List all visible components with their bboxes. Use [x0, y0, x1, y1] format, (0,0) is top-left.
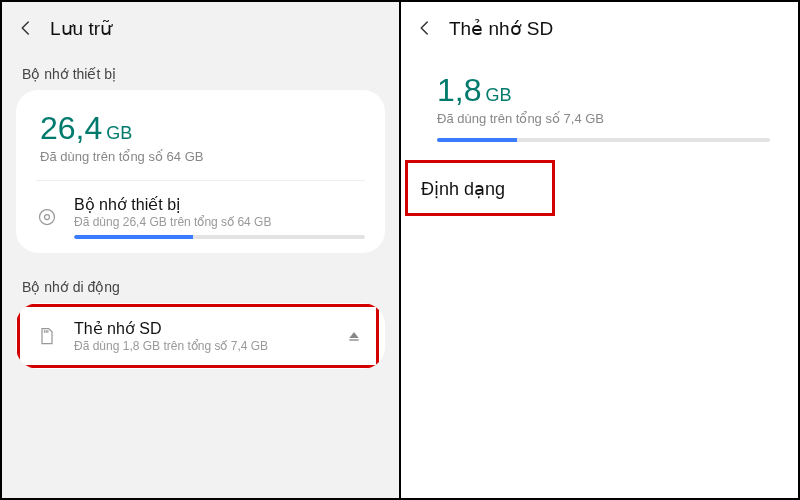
sd-progress — [437, 138, 770, 142]
sd-used-unit: GB — [485, 85, 511, 105]
format-button[interactable]: Định dạng — [401, 160, 798, 218]
back-icon[interactable] — [14, 16, 38, 40]
sd-storage-hero: 1,8GB Đã dùng trên tổng số 7,4 GB — [401, 54, 798, 138]
device-progress — [74, 235, 365, 239]
sd-row-sub: Đã dùng 1,8 GB trên tổng số 7,4 GB — [74, 339, 343, 353]
device-progress-fill — [74, 235, 193, 239]
row-body: Bộ nhớ thiết bị Đã dùng 26,4 GB trên tổn… — [74, 195, 365, 239]
sd-card-screen: Thẻ nhớ SD 1,8GB Đã dùng trên tổng số 7,… — [401, 2, 798, 498]
header: Lưu trữ — [2, 2, 399, 54]
disc-icon — [36, 206, 58, 228]
svg-rect-5 — [349, 339, 358, 340]
svg-point-1 — [45, 215, 50, 220]
header: Thẻ nhớ SD — [401, 2, 798, 54]
device-row-title: Bộ nhớ thiết bị — [74, 195, 365, 214]
page-title: Thẻ nhớ SD — [449, 17, 553, 40]
device-used-unit: GB — [106, 123, 132, 143]
device-storage-hero[interactable]: 26,4GB Đã dùng trên tổng số 64 GB — [16, 90, 385, 180]
svg-point-0 — [40, 210, 55, 225]
eject-icon[interactable] — [343, 325, 365, 347]
sd-progress-wrap — [401, 138, 798, 150]
sd-used-sub: Đã dùng trên tổng số 7,4 GB — [437, 111, 770, 126]
sd-used-value: 1,8 — [437, 72, 481, 109]
device-storage-card: 26,4GB Đã dùng trên tổng số 64 GB Bộ nhớ… — [16, 90, 385, 253]
sd-row-title: Thẻ nhớ SD — [74, 319, 343, 338]
format-row-wrap: Định dạng — [401, 160, 798, 218]
storage-screen: Lưu trữ Bộ nhớ thiết bị 26,4GB Đã dùng t… — [2, 2, 401, 498]
device-used-value: 26,4 — [40, 110, 102, 147]
back-icon[interactable] — [413, 16, 437, 40]
row-body: Thẻ nhớ SD Đã dùng 1,8 GB trên tổng số 7… — [74, 319, 343, 353]
device-storage-row[interactable]: Bộ nhớ thiết bị Đã dùng 26,4 GB trên tổn… — [16, 181, 385, 253]
sd-content: 1,8GB Đã dùng trên tổng số 7,4 GB Định d… — [401, 54, 798, 498]
sd-card-row[interactable]: Thẻ nhớ SD Đã dùng 1,8 GB trên tổng số 7… — [16, 303, 385, 369]
section-portable-label: Bộ nhớ di động — [2, 267, 399, 303]
sd-progress-fill — [437, 138, 517, 142]
sd-card-card: Thẻ nhớ SD Đã dùng 1,8 GB trên tổng số 7… — [16, 303, 385, 369]
section-device-label: Bộ nhớ thiết bị — [2, 54, 399, 90]
sd-card-icon — [36, 325, 58, 347]
device-row-sub: Đã dùng 26,4 GB trên tổng số 64 GB — [74, 215, 365, 229]
device-used-sub: Đã dùng trên tổng số 64 GB — [40, 149, 361, 164]
page-title: Lưu trữ — [50, 17, 112, 40]
